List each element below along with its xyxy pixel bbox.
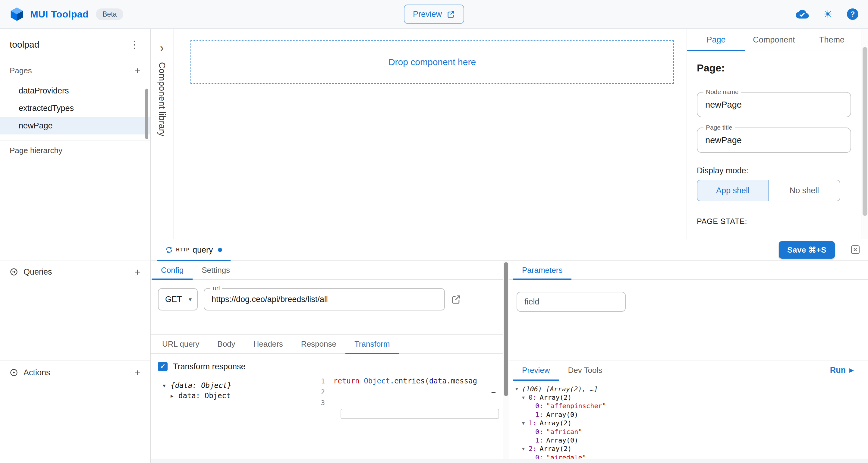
sidebar-item-extractedtypes[interactable]: extractedTypes [0,99,150,117]
result-console: ▼ (106) [Array(2), …] ▼ 0: Array(2) 0: [509,380,868,459]
open-url-icon[interactable] [451,294,461,304]
tree-toggle-icon[interactable]: ▼ [522,421,529,426]
tab-preview[interactable]: Preview [513,360,559,380]
toggle-no-shell[interactable]: No shell [769,180,840,202]
drop-target[interactable]: Drop component here [190,40,674,84]
tab-settings[interactable]: Settings [193,261,239,279]
transform-body: ▼ {data: Object} ▶ data: Object [151,374,503,459]
tab-label: Parameters [522,266,562,275]
run-button[interactable]: Run ▶ [830,366,854,375]
add-page-button[interactable]: + [133,65,142,76]
transform-response-row: ✓ Transform response [151,359,503,374]
config-scrollbar-track [503,261,509,459]
code-line: 3 [313,397,503,408]
config-scrollbar-thumb[interactable] [504,262,508,396]
preview-button[interactable]: Preview [404,4,464,24]
close-panel-icon[interactable] [850,245,860,254]
actions-icon [10,368,18,377]
tab-transform[interactable]: Transform [345,335,399,353]
tab-parameters[interactable]: Parameters [513,261,571,279]
save-button[interactable]: Save ⌘+S [779,241,835,259]
add-query-button[interactable]: + [133,267,142,277]
tree-toggle-icon[interactable]: ▼ [522,395,529,400]
tree-toggle-icon[interactable]: ▼ [516,386,522,392]
tree-collapse-icon[interactable]: ▶ [170,393,179,399]
tab-config[interactable]: Config [152,261,193,279]
tab-label: Settings [202,266,230,275]
project-menu-kebab-icon[interactable]: ⋮ [127,40,142,50]
parameters-body [509,280,868,360]
url-field[interactable]: url [204,288,445,310]
field-label: Node name [704,88,741,96]
tab-headers[interactable]: Headers [244,335,292,353]
code-text: return Object.entries(data.messag [333,377,477,385]
tab-response[interactable]: Response [292,335,345,353]
sidebar-item-dataproviders[interactable]: dataProviders [0,82,150,99]
pages-scrollbar-thumb[interactable] [145,89,148,139]
chevron-right-icon[interactable]: › [160,42,164,54]
add-action-button[interactable]: + [133,367,142,378]
console-value: Array(2) [540,394,572,401]
theme-brightness-icon[interactable]: ☀ [824,9,832,19]
toggle-label: App shell [716,186,749,195]
console-summary: (106) [Array(2), …] [522,385,598,393]
query-config-section: Config Settings GET ▾ [151,261,503,459]
queries-header-label: Queries [24,267,52,277]
request-tabs: URL query Body Headers Response [151,334,503,354]
console-row: 0: "airedale" [509,453,868,459]
inspector-tabs: Page Component Theme [687,29,861,51]
page-title-field[interactable]: Page title [697,127,851,153]
tab-theme[interactable]: Theme [803,29,861,51]
help-icon[interactable]: ? [847,8,858,20]
parameter-field[interactable] [517,292,626,312]
console-value: Array(2) [540,419,572,427]
queries-icon [10,268,18,276]
query-panel-body: Config Settings GET ▾ [151,261,868,459]
tab-dev-tools[interactable]: Dev Tools [559,360,611,380]
queries-section-header: Queries + [0,264,150,280]
transform-response-checkbox[interactable]: ✓ [158,362,167,371]
app-title: MUI Toolpad [30,9,89,20]
console-row: 0: "african" [509,427,868,436]
code-editor[interactable]: 1 return Object.entries(data.messag 2 — … [313,374,503,459]
tree-node-label: data: Object [179,392,230,400]
open-in-new-icon [447,10,455,19]
page-item-label: dataProviders [19,86,69,96]
sidebar: toolpad ⋮ Pages + dataProviders extracte… [0,29,151,463]
toggle-label: No shell [789,186,819,195]
tab-label: Theme [819,35,844,44]
tab-component[interactable]: Component [745,29,803,51]
node-name-field[interactable]: Node name [697,92,851,117]
inspector-scrollbar-thumb[interactable] [863,47,867,216]
page-title-input[interactable] [705,135,843,145]
tab-page[interactable]: Page [687,29,745,51]
http-method-select[interactable]: GET ▾ [158,288,198,310]
tab-label: Config [161,266,184,275]
tree-expand-icon[interactable]: ▼ [163,383,170,389]
console-key: 1: [535,411,544,419]
query-tab[interactable]: HTTP query [157,239,230,260]
app-bar-actions: ☀ ? [796,8,858,20]
sidebar-item-newpage[interactable]: newPage [0,117,150,134]
tab-label: Component [753,35,795,44]
parameter-field-input[interactable] [524,297,618,307]
page-item-label: newPage [19,121,53,130]
console-key: 0: [535,402,544,410]
tree-toggle-icon[interactable]: ▼ [522,446,529,452]
console-row: 0: "affenpinscher" [509,402,868,410]
deploy-cloud-icon[interactable] [796,9,809,20]
url-input[interactable] [212,295,437,304]
console-value: "african" [547,428,582,436]
help-icon-glyph: ? [850,10,855,19]
toggle-app-shell[interactable]: App shell [697,180,769,202]
beta-badge: Beta [96,8,123,20]
console-key: 0: [529,394,537,401]
http-method-value: GET [165,295,182,304]
horizontal-scrollbar-track [151,459,868,463]
node-name-input[interactable] [705,100,843,110]
tab-url-query[interactable]: URL query [153,335,208,353]
console-value: Array(2) [540,445,572,453]
check-icon: ✓ [160,363,165,370]
component-library-drawer[interactable]: › Component library [151,29,174,239]
tab-body[interactable]: Body [208,335,244,353]
